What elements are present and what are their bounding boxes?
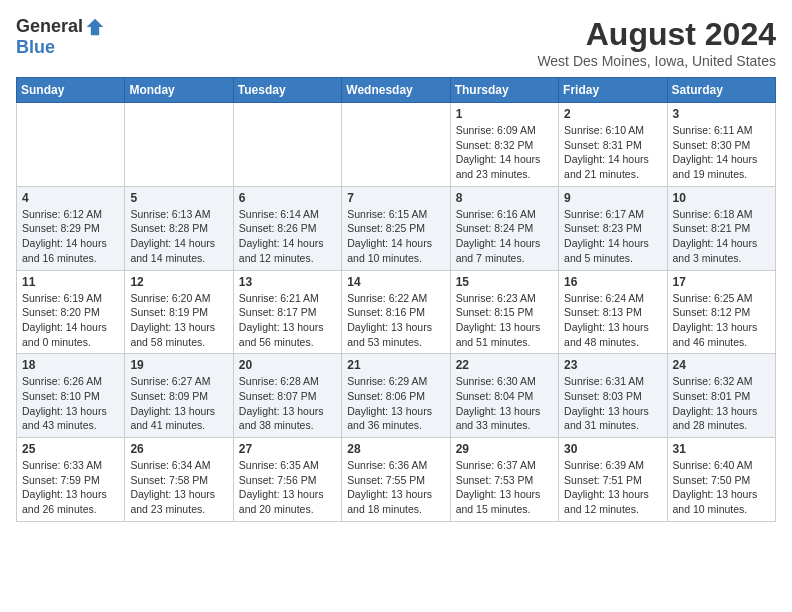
day-cell: 24Sunrise: 6:32 AMSunset: 8:01 PMDayligh… (667, 354, 775, 438)
day-cell (342, 103, 450, 187)
day-cell: 3Sunrise: 6:11 AMSunset: 8:30 PMDaylight… (667, 103, 775, 187)
svg-marker-0 (87, 18, 104, 35)
logo-blue: Blue (16, 37, 55, 58)
day-cell (17, 103, 125, 187)
week-row-3: 11Sunrise: 6:19 AMSunset: 8:20 PMDayligh… (17, 270, 776, 354)
day-cell: 29Sunrise: 6:37 AMSunset: 7:53 PMDayligh… (450, 438, 558, 522)
day-info: Sunrise: 6:16 AMSunset: 8:24 PMDaylight:… (456, 207, 553, 266)
day-info: Sunrise: 6:30 AMSunset: 8:04 PMDaylight:… (456, 374, 553, 433)
day-cell: 28Sunrise: 6:36 AMSunset: 7:55 PMDayligh… (342, 438, 450, 522)
day-info: Sunrise: 6:20 AMSunset: 8:19 PMDaylight:… (130, 291, 227, 350)
day-number: 25 (22, 442, 119, 456)
day-number: 1 (456, 107, 553, 121)
day-number: 18 (22, 358, 119, 372)
day-info: Sunrise: 6:14 AMSunset: 8:26 PMDaylight:… (239, 207, 336, 266)
day-cell: 5Sunrise: 6:13 AMSunset: 8:28 PMDaylight… (125, 186, 233, 270)
day-cell: 12Sunrise: 6:20 AMSunset: 8:19 PMDayligh… (125, 270, 233, 354)
day-number: 30 (564, 442, 661, 456)
day-number: 21 (347, 358, 444, 372)
day-number: 9 (564, 191, 661, 205)
day-info: Sunrise: 6:36 AMSunset: 7:55 PMDaylight:… (347, 458, 444, 517)
day-info: Sunrise: 6:32 AMSunset: 8:01 PMDaylight:… (673, 374, 770, 433)
day-info: Sunrise: 6:11 AMSunset: 8:30 PMDaylight:… (673, 123, 770, 182)
day-number: 5 (130, 191, 227, 205)
day-number: 13 (239, 275, 336, 289)
logo-general: General (16, 16, 83, 37)
day-number: 2 (564, 107, 661, 121)
day-info: Sunrise: 6:23 AMSunset: 8:15 PMDaylight:… (456, 291, 553, 350)
day-number: 12 (130, 275, 227, 289)
day-info: Sunrise: 6:25 AMSunset: 8:12 PMDaylight:… (673, 291, 770, 350)
week-row-2: 4Sunrise: 6:12 AMSunset: 8:29 PMDaylight… (17, 186, 776, 270)
day-number: 19 (130, 358, 227, 372)
day-cell: 20Sunrise: 6:28 AMSunset: 8:07 PMDayligh… (233, 354, 341, 438)
day-number: 3 (673, 107, 770, 121)
day-cell: 23Sunrise: 6:31 AMSunset: 8:03 PMDayligh… (559, 354, 667, 438)
day-info: Sunrise: 6:17 AMSunset: 8:23 PMDaylight:… (564, 207, 661, 266)
header-thursday: Thursday (450, 78, 558, 103)
day-info: Sunrise: 6:13 AMSunset: 8:28 PMDaylight:… (130, 207, 227, 266)
day-info: Sunrise: 6:35 AMSunset: 7:56 PMDaylight:… (239, 458, 336, 517)
day-number: 7 (347, 191, 444, 205)
day-cell: 27Sunrise: 6:35 AMSunset: 7:56 PMDayligh… (233, 438, 341, 522)
day-info: Sunrise: 6:28 AMSunset: 8:07 PMDaylight:… (239, 374, 336, 433)
day-cell: 8Sunrise: 6:16 AMSunset: 8:24 PMDaylight… (450, 186, 558, 270)
day-cell: 17Sunrise: 6:25 AMSunset: 8:12 PMDayligh… (667, 270, 775, 354)
day-cell: 31Sunrise: 6:40 AMSunset: 7:50 PMDayligh… (667, 438, 775, 522)
day-cell: 11Sunrise: 6:19 AMSunset: 8:20 PMDayligh… (17, 270, 125, 354)
day-cell: 19Sunrise: 6:27 AMSunset: 8:09 PMDayligh… (125, 354, 233, 438)
day-info: Sunrise: 6:29 AMSunset: 8:06 PMDaylight:… (347, 374, 444, 433)
day-number: 28 (347, 442, 444, 456)
calendar-header: SundayMondayTuesdayWednesdayThursdayFrid… (17, 78, 776, 103)
day-cell: 9Sunrise: 6:17 AMSunset: 8:23 PMDaylight… (559, 186, 667, 270)
day-info: Sunrise: 6:15 AMSunset: 8:25 PMDaylight:… (347, 207, 444, 266)
header-friday: Friday (559, 78, 667, 103)
day-number: 8 (456, 191, 553, 205)
day-number: 22 (456, 358, 553, 372)
day-number: 27 (239, 442, 336, 456)
day-number: 31 (673, 442, 770, 456)
day-cell: 25Sunrise: 6:33 AMSunset: 7:59 PMDayligh… (17, 438, 125, 522)
day-number: 11 (22, 275, 119, 289)
day-cell: 15Sunrise: 6:23 AMSunset: 8:15 PMDayligh… (450, 270, 558, 354)
week-row-4: 18Sunrise: 6:26 AMSunset: 8:10 PMDayligh… (17, 354, 776, 438)
day-cell: 13Sunrise: 6:21 AMSunset: 8:17 PMDayligh… (233, 270, 341, 354)
day-cell: 30Sunrise: 6:39 AMSunset: 7:51 PMDayligh… (559, 438, 667, 522)
header-tuesday: Tuesday (233, 78, 341, 103)
day-number: 16 (564, 275, 661, 289)
day-info: Sunrise: 6:22 AMSunset: 8:16 PMDaylight:… (347, 291, 444, 350)
calendar-title: August 2024 (537, 16, 776, 53)
day-info: Sunrise: 6:19 AMSunset: 8:20 PMDaylight:… (22, 291, 119, 350)
calendar-table: SundayMondayTuesdayWednesdayThursdayFrid… (16, 77, 776, 522)
day-cell: 2Sunrise: 6:10 AMSunset: 8:31 PMDaylight… (559, 103, 667, 187)
day-number: 23 (564, 358, 661, 372)
day-info: Sunrise: 6:40 AMSunset: 7:50 PMDaylight:… (673, 458, 770, 517)
day-number: 14 (347, 275, 444, 289)
week-row-1: 1Sunrise: 6:09 AMSunset: 8:32 PMDaylight… (17, 103, 776, 187)
day-number: 17 (673, 275, 770, 289)
day-info: Sunrise: 6:21 AMSunset: 8:17 PMDaylight:… (239, 291, 336, 350)
day-info: Sunrise: 6:27 AMSunset: 8:09 PMDaylight:… (130, 374, 227, 433)
day-cell: 4Sunrise: 6:12 AMSunset: 8:29 PMDaylight… (17, 186, 125, 270)
day-cell: 16Sunrise: 6:24 AMSunset: 8:13 PMDayligh… (559, 270, 667, 354)
day-number: 29 (456, 442, 553, 456)
header-row: SundayMondayTuesdayWednesdayThursdayFrid… (17, 78, 776, 103)
header-saturday: Saturday (667, 78, 775, 103)
day-info: Sunrise: 6:18 AMSunset: 8:21 PMDaylight:… (673, 207, 770, 266)
day-number: 6 (239, 191, 336, 205)
calendar-body: 1Sunrise: 6:09 AMSunset: 8:32 PMDaylight… (17, 103, 776, 522)
day-info: Sunrise: 6:31 AMSunset: 8:03 PMDaylight:… (564, 374, 661, 433)
day-number: 24 (673, 358, 770, 372)
day-cell (233, 103, 341, 187)
calendar-subtitle: West Des Moines, Iowa, United States (537, 53, 776, 69)
day-cell: 14Sunrise: 6:22 AMSunset: 8:16 PMDayligh… (342, 270, 450, 354)
day-info: Sunrise: 6:24 AMSunset: 8:13 PMDaylight:… (564, 291, 661, 350)
day-cell (125, 103, 233, 187)
logo-icon (85, 17, 105, 37)
day-cell: 26Sunrise: 6:34 AMSunset: 7:58 PMDayligh… (125, 438, 233, 522)
day-cell: 21Sunrise: 6:29 AMSunset: 8:06 PMDayligh… (342, 354, 450, 438)
day-info: Sunrise: 6:12 AMSunset: 8:29 PMDaylight:… (22, 207, 119, 266)
day-number: 10 (673, 191, 770, 205)
day-number: 4 (22, 191, 119, 205)
logo: General Blue (16, 16, 105, 58)
